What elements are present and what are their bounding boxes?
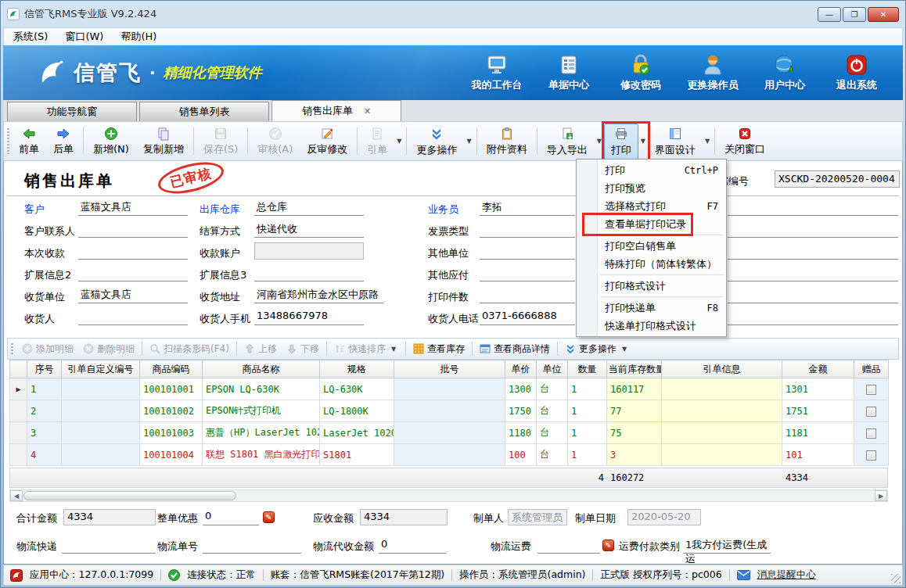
discount-field[interactable]: 0 [203, 509, 259, 525]
close-window-button[interactable]: 关闭窗口 [717, 124, 772, 159]
freight-type-field[interactable]: 1我方付运费(生成运 [683, 537, 771, 554]
logistics-no-field[interactable] [203, 537, 301, 554]
import-export-button[interactable]: 导入导出 [540, 124, 595, 160]
detail-more-actions-button[interactable]: 更多操作 ▼ [560, 340, 634, 358]
extra-field[interactable] [728, 220, 898, 238]
payment-field[interactable] [78, 242, 188, 260]
unaudit-button[interactable]: 反审修改 [300, 124, 354, 159]
chevron-down-icon[interactable]: ▼ [703, 138, 712, 145]
close-red-icon [738, 126, 752, 141]
maximize-button[interactable]: ❐ [843, 7, 866, 22]
table-row[interactable]: 2 100101002 EPSON针式打印机 LQ-1800K 1750 台 1… [10, 400, 889, 422]
menu-item-print[interactable]: 打印 Ctrl+P [577, 161, 726, 179]
cod-amount-field[interactable]: 0 [379, 537, 446, 554]
view-product-detail-button[interactable]: 查看商品详情 [475, 340, 555, 358]
product-detail-icon [480, 343, 491, 354]
print-copies-field[interactable] [480, 286, 575, 303]
banner-item-change-password[interactable]: 修改密码 [609, 53, 673, 92]
copy-new-button[interactable]: 复制新增 [136, 124, 191, 159]
ui-design-button[interactable]: 界面设计 [648, 124, 703, 160]
minimize-button[interactable]: — [818, 7, 841, 22]
menu-window[interactable]: 窗口(W) [65, 30, 103, 44]
horizontal-scrollbar[interactable]: ◀ ▶ [9, 489, 888, 502]
salesman-field[interactable]: 李拓 [480, 199, 575, 216]
chevron-down-icon[interactable]: ▼ [638, 138, 648, 145]
settlement-field[interactable]: 快递代收 [254, 220, 364, 238]
extra-field[interactable] [728, 199, 898, 216]
invoice-type-field[interactable] [480, 220, 575, 238]
message-center-link[interactable]: 消息提醒中心 [757, 568, 816, 582]
tab-sales-list[interactable]: 销售单列表 [139, 102, 269, 121]
new-button[interactable]: 新增(N) [86, 124, 136, 159]
tab-close-icon[interactable]: ✕ [364, 106, 371, 117]
banner-item-document-center[interactable]: 单据中心 [537, 53, 601, 92]
scroll-left-icon[interactable]: ◀ [10, 490, 23, 501]
extra-field[interactable] [728, 286, 898, 303]
more-actions-button[interactable]: 更多操作 [409, 124, 464, 160]
gift-checkbox[interactable] [866, 450, 876, 461]
menu-item-print-blank-sales[interactable]: 打印空白销售单 [577, 237, 726, 255]
freight-edit-icon[interactable]: ✎ [602, 540, 614, 551]
other-unit-field[interactable] [480, 242, 575, 260]
banner-item-workbench[interactable]: 我的工作台 [465, 53, 529, 92]
prev-doc-button[interactable]: 前单 [12, 124, 46, 159]
menu-item-view-print-records[interactable]: 查看单据打印记录 [577, 215, 726, 233]
menu-item-print-format-design[interactable]: 打印格式设计 [577, 277, 726, 295]
chevron-down-icon[interactable]: ▼ [464, 138, 473, 145]
gift-checkbox[interactable] [866, 428, 876, 439]
account-field[interactable] [254, 242, 364, 260]
chevron-down-icon[interactable]: ▼ [595, 138, 604, 145]
mobile-field[interactable]: 13488667978 [254, 308, 364, 325]
menu-item-special-print[interactable]: 特殊打印（简体转繁体） [577, 255, 726, 273]
chevron-down-icon[interactable]: ▼ [394, 138, 404, 145]
extra-field[interactable] [728, 264, 898, 281]
gift-checkbox[interactable] [866, 407, 876, 417]
banner-item-exit[interactable]: 退出系统 [825, 53, 889, 92]
address-field[interactable]: 河南省郑州市金水区中原路 [254, 286, 383, 303]
logistics-express-field[interactable] [62, 537, 156, 554]
phone-field[interactable]: 0371-6666888 [480, 308, 575, 325]
customer-field[interactable]: 蓝猫文具店 [78, 199, 188, 216]
detail-toolbar: 添加明细 删除明细 扫描条形码(F4) 上移 下移 [7, 338, 899, 360]
attachments-button[interactable]: 附件资料 [480, 124, 534, 159]
monitor-icon [485, 53, 509, 77]
ext-info2-field[interactable] [78, 264, 188, 281]
receiver-unit-field[interactable]: 蓝猫文具店 [78, 286, 188, 303]
print-button[interactable]: 打印 [604, 124, 638, 160]
doc-no-field[interactable]: XSCKD-20200520-0004 [775, 170, 900, 188]
audited-stamp: 已审核 [155, 161, 227, 199]
discount-edit-icon[interactable]: ✎ [263, 511, 275, 523]
menu-item-express-format-design[interactable]: 快递单打印格式设计 [577, 317, 726, 335]
freight-field[interactable] [537, 537, 600, 554]
mail-icon [737, 570, 750, 580]
view-stock-button[interactable]: 查看库存 [408, 340, 469, 358]
banner-item-switch-operator[interactable]: 更换操作员 [681, 53, 745, 92]
banner-item-user-center[interactable]: 用户中心 [753, 53, 817, 92]
tab-sales-outbound[interactable]: 销售出库单 ✕ [271, 100, 401, 121]
gift-checkbox[interactable] [866, 385, 876, 395]
table-row[interactable]: 3 100101003 惠普（HP）LaserJet 1020 LaserJet… [10, 422, 889, 444]
menu-item-print-preview[interactable]: 打印预览 [577, 179, 726, 197]
table-row[interactable]: 4 100101004 联想 S1801 黑白激光打印机 S1801 100 台… [10, 444, 889, 466]
menu-system[interactable]: 系统(S) [13, 30, 48, 44]
scroll-right-icon[interactable]: ▶ [875, 490, 887, 501]
menu-item-print-express[interactable]: 打印快递单 F8 [577, 299, 726, 317]
resize-grip[interactable] [891, 574, 901, 583]
close-button[interactable]: ✕ [868, 7, 899, 22]
table-row[interactable]: ▶ 1 100101001 EPSON LQ-630K LQ-630K 1300… [10, 378, 889, 400]
next-doc-button[interactable]: 后单 [46, 124, 81, 159]
extra-field[interactable] [728, 242, 898, 260]
warehouse-field[interactable]: 总仓库 [254, 199, 364, 216]
contact-field[interactable] [78, 220, 188, 238]
menu-item-select-format-print[interactable]: 选择格式打印 F7 [577, 197, 726, 215]
scrollbar-thumb[interactable] [23, 491, 236, 500]
extra-field[interactable] [728, 308, 898, 325]
menu-help[interactable]: 帮助(H) [120, 30, 156, 44]
add-circle-icon [104, 126, 118, 141]
ext-info3-field[interactable] [254, 264, 364, 281]
other-payable-field[interactable] [480, 264, 575, 281]
tab-nav-window[interactable]: 功能导航窗 [7, 102, 137, 121]
receiver-field[interactable] [78, 308, 188, 325]
chevron-down-icon[interactable]: ▼ [620, 346, 629, 353]
app-icon [7, 8, 20, 20]
